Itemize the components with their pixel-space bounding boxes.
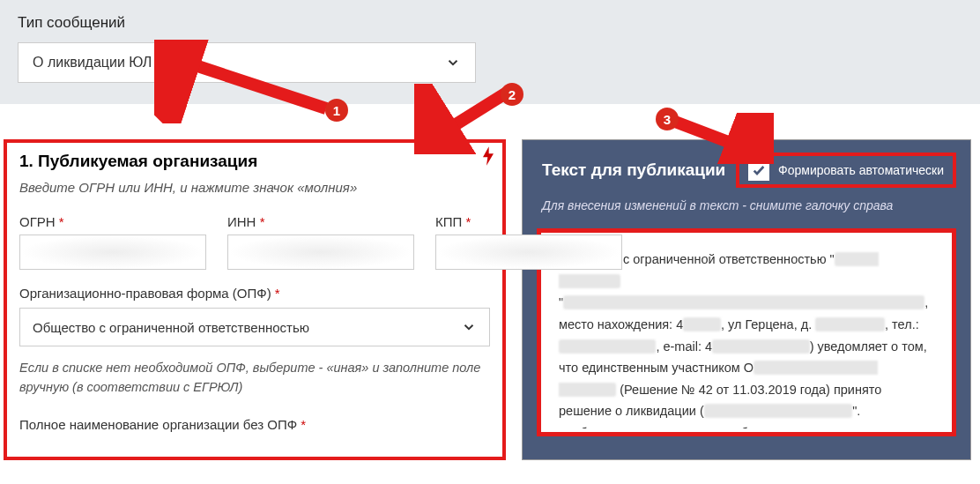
inn-label: ИНН * (227, 214, 414, 229)
kpp-label: КПП * (435, 214, 622, 229)
opf-label: Организационно-правовая форма (ОПФ) * (19, 286, 490, 301)
opf-select[interactable]: Общество с ограниченной ответственностью (19, 308, 490, 346)
publication-text-panel: Текст для публикации Формировать автомат… (522, 139, 971, 460)
callout-badge-2: 2 (501, 83, 523, 106)
section-1-hint: Введите ОГРН или ИНН, и нажмите значок «… (19, 180, 490, 195)
svg-line-4 (436, 93, 507, 137)
main-row: 1. Публикуемая организация Введите ОГРН … (0, 139, 980, 460)
opf-value: Общество с ограниченной ответственностью (33, 320, 309, 335)
svg-line-2 (176, 59, 326, 108)
arrow-1-icon (154, 40, 339, 123)
svg-line-6 (675, 122, 749, 150)
checkmark-icon (752, 163, 766, 177)
callout-badge-1: 1 (325, 99, 348, 122)
opf-hint: Если в списке нет необходимой ОПФ, выбер… (19, 359, 490, 398)
callout-badge-3: 3 (656, 108, 679, 130)
auto-generate-label: Формировать автоматически (778, 163, 944, 177)
kpp-input[interactable] (435, 235, 622, 270)
chevron-down-icon (445, 55, 461, 71)
chevron-down-icon (461, 319, 477, 335)
ogrn-input[interactable] (19, 235, 206, 270)
publishing-org-panel: 1. Публикуемая организация Введите ОГРН … (4, 139, 506, 460)
inn-input[interactable] (227, 235, 414, 270)
message-type-label: Тип сообщений (18, 14, 962, 32)
section-1-title: 1. Публикуемая организация (19, 152, 490, 171)
dropdown-value: О ликвидации ЮЛ (33, 55, 152, 71)
arrow-3-icon (668, 113, 774, 164)
ogrn-label: ОГРН * (19, 214, 206, 229)
fullname-label: Полное наименование организации без ОПФ … (19, 417, 490, 432)
